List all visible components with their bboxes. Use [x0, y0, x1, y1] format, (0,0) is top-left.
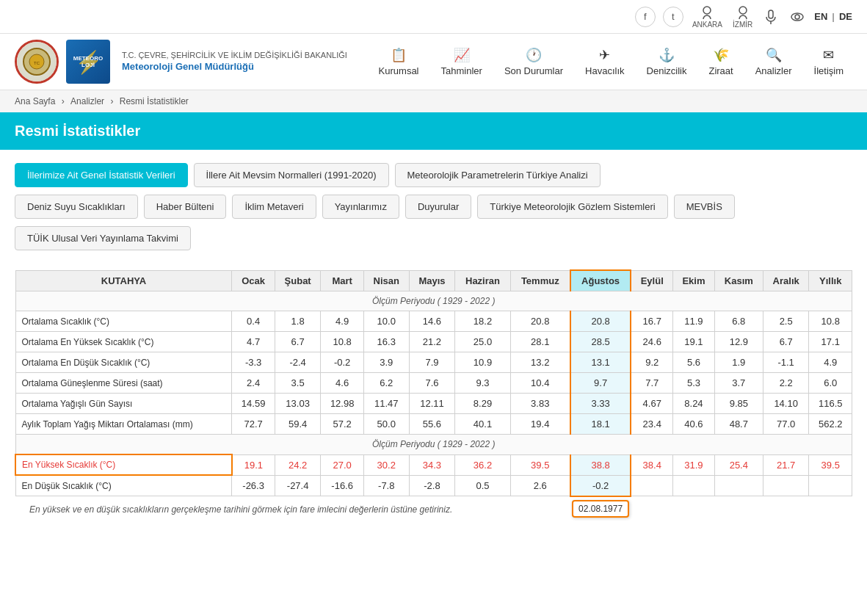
table-cell: 18.2 [455, 311, 510, 332]
table-cell: 7.6 [409, 373, 455, 394]
gov-logo: TC [15, 40, 59, 84]
tabs-section: İllerimize Ait Genel İstatistik Verileri… [0, 163, 867, 250]
table-cell: 36.2 [455, 454, 510, 475]
table-cell: 21.7 [763, 454, 809, 475]
table-cell: 5.6 [673, 352, 715, 373]
table-cell: 4.6 [321, 373, 363, 394]
table-cell: 31.9 [673, 454, 715, 475]
ankara-icon[interactable]: ANKARA [692, 4, 722, 29]
tabs-row-2: Deniz Suyu Sıcaklıkları Haber Bülteni İk… [15, 195, 852, 219]
facebook-icon[interactable]: f [635, 7, 656, 27]
main-nav: 📋 Kurumsal 📈 Tahminler 🕐 Son Durumlar ✈ … [370, 44, 852, 79]
tab-tuik[interactable]: TÜİK Ulusal Veri Yayınlama Takvimi [15, 226, 191, 250]
nav-son-durumlar[interactable]: 🕐 Son Durumlar [496, 44, 572, 79]
tab-sea-temp[interactable]: Deniz Suyu Sıcaklıkları [15, 195, 138, 219]
eye-icon[interactable] [789, 9, 805, 25]
nav-iletisim[interactable]: ✉ İletişim [805, 44, 852, 79]
table-cell: -0.202.08.1977 [570, 475, 631, 496]
table-cell: 6.8 [714, 311, 763, 332]
lang-de[interactable]: DE [839, 11, 852, 22]
table-cell: 39.5 [809, 454, 852, 475]
footer-note: En yüksek ve en düşük sıcaklıkların gerç… [15, 497, 852, 522]
table-row: Ortalama En Düşük Sıcaklık (°C)-3.3-2.4-… [15, 352, 852, 373]
tab-publications[interactable]: Yayınlarımız [322, 195, 399, 219]
table-cell: 2.4 [232, 373, 275, 394]
table-row: Ortalama Sıcaklık (°C)0.41.84.910.014.61… [15, 311, 852, 332]
table-cell: 13.03 [275, 394, 321, 414]
svg-rect-2 [769, 10, 773, 18]
table-cell: 3.33 [570, 394, 631, 414]
table-cell: 77.0 [763, 414, 809, 435]
table-cell: 9.85 [714, 394, 763, 414]
table-cell: 7.9 [409, 352, 455, 373]
tab-announcements[interactable]: Duyurular [405, 195, 471, 219]
breadcrumb-analizler[interactable]: Analizler [70, 96, 104, 106]
table-cell: 38.4 [631, 454, 672, 475]
col-agustos: Ağustos [570, 270, 631, 291]
tab-climate-meta[interactable]: İklim Metaveri [232, 195, 316, 219]
table-cell: 0.5 [455, 475, 510, 496]
col-eylul: Eylül [631, 270, 672, 291]
nav-analizler[interactable]: 🔍 Analizler [747, 44, 801, 79]
nav-tahminler[interactable]: 📈 Tahminler [432, 44, 491, 79]
table-cell: 18.1 [570, 414, 631, 435]
nav-denizcilik[interactable]: ⚓ Denizcilik [638, 44, 696, 79]
top-bar: f t ANKARA İZMİR EN | DE [0, 0, 867, 34]
svg-point-1 [739, 7, 747, 14]
nav-ziraat[interactable]: 🌾 Ziraat [700, 44, 741, 79]
table-cell: 3.83 [510, 394, 570, 414]
table-cell: 2.5 [763, 311, 809, 332]
table-cell: 34.3 [409, 454, 455, 475]
table-cell: 2.2 [763, 373, 809, 394]
col-temmuz: Temmuz [510, 270, 570, 291]
table-cell: 21.2 [409, 332, 455, 352]
station-header: KUTAHYA [15, 270, 232, 291]
table-cell: 8.24 [673, 394, 715, 414]
nav-havacilik[interactable]: ✈ Havacılık [576, 44, 633, 79]
table-cell [714, 475, 763, 496]
date-tooltip: 02.08.1977 [572, 500, 629, 518]
table-cell: 2.6 [510, 475, 570, 496]
breadcrumb-home[interactable]: Ana Sayfa [15, 96, 55, 106]
table-cell: 9.2 [631, 352, 672, 373]
tab-season-norms[interactable]: İllere Ait Mevsim Normalleri (1991-2020) [194, 163, 389, 187]
twitter-icon[interactable]: t [663, 7, 683, 27]
top-bar-icons: ANKARA İZMİR [692, 4, 805, 29]
table-cell: 8.29 [455, 394, 510, 414]
tab-mevbis[interactable]: MEVBİS [674, 195, 735, 219]
table-cell: 39.5 [510, 454, 570, 475]
table-cell: 16.7 [631, 311, 672, 332]
table-cell: 27.0 [321, 454, 363, 475]
tab-news[interactable]: Haber Bülteni [144, 195, 227, 219]
tab-turkey-analysis[interactable]: Meteorolojik Parametrelerin Türkiye Anal… [395, 163, 601, 187]
lang-en[interactable]: EN [814, 11, 827, 22]
table-cell [809, 475, 852, 496]
table-section: KUTAHYA Ocak Şubat Mart Nisan Mayıs Hazi… [0, 258, 867, 534]
table-cell: 10.4 [510, 373, 570, 394]
table-cell: 14.10 [763, 394, 809, 414]
table-cell: 1.9 [714, 352, 763, 373]
svg-point-0 [703, 7, 711, 14]
col-mayis: Mayıs [409, 270, 455, 291]
nav-kurumsal[interactable]: 📋 Kurumsal [370, 44, 428, 79]
table-cell: 20.8 [570, 311, 631, 332]
table-cell: 3.5 [275, 373, 321, 394]
table-cell: 72.7 [232, 414, 275, 435]
izmir-icon[interactable]: İZMİR [733, 4, 752, 29]
mic-icon[interactable] [763, 9, 779, 25]
row-label: Ortalama Yağışlı Gün Sayısı [15, 394, 232, 414]
denizcilik-icon: ⚓ [659, 47, 675, 63]
table-cell: 6.7 [275, 332, 321, 352]
ministry-title: T.C. ÇEVRE, ŞEHİRCİLİK VE İKLİM DEĞİŞİKL… [122, 50, 347, 60]
table-cell: 50.0 [363, 414, 409, 435]
table-cell: -27.4 [275, 475, 321, 496]
table-cell: 1.8 [275, 311, 321, 332]
tab-general-stats[interactable]: İllerimize Ait Genel İstatistik Verileri [15, 163, 188, 187]
row-label: Ortalama En Yüksek Sıcaklık (°C) [15, 332, 232, 352]
tab-obs-systems[interactable]: Türkiye Meteorolojik Gözlem Sistemleri [477, 195, 667, 219]
table-cell: 40.1 [455, 414, 510, 435]
table-cell: 17.1 [809, 332, 852, 352]
tabs-row-3: TÜİK Ulusal Veri Yayınlama Takvimi [15, 226, 852, 250]
language-switcher[interactable]: EN | DE [814, 11, 852, 22]
table-cell: 13.2 [510, 352, 570, 373]
